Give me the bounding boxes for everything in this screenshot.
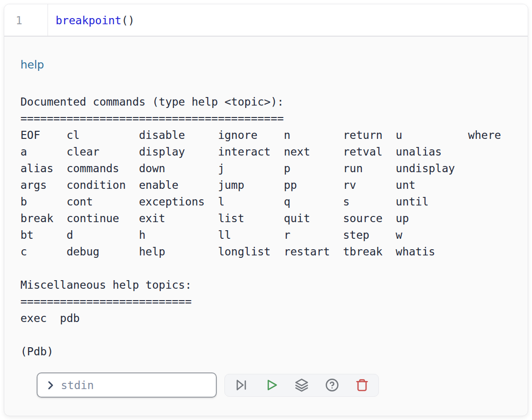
stdin-box[interactable] [37,372,217,398]
step-button[interactable] [233,377,249,393]
chevron-right-icon [45,380,56,391]
line-number: 1 [16,14,22,27]
code-runner-card: 1 breakpoint() help Documented commands … [4,4,528,416]
stdin-input[interactable] [61,379,209,391]
delete-button[interactable] [354,377,370,393]
run-button[interactable] [264,377,280,393]
controls-row [37,372,512,398]
console-output: help Documented commands (type help <top… [4,37,528,398]
help-button[interactable] [324,377,340,393]
pdb-help-output: Documented commands (type help <topic>):… [20,94,512,360]
code-paren-token: () [121,14,135,27]
toolbar [224,374,379,397]
trash-icon [355,378,369,392]
code-editor: 1 breakpoint() [4,4,528,37]
skip-forward-icon [234,378,248,392]
code-line[interactable]: breakpoint() [48,4,528,36]
entered-command: help [20,58,512,72]
help-circle-icon [325,378,339,392]
line-number-gutter: 1 [4,4,48,36]
layers-icon [295,378,309,392]
code-builtin-token: breakpoint [56,14,121,27]
stack-button[interactable] [294,377,310,393]
play-icon [265,378,279,392]
